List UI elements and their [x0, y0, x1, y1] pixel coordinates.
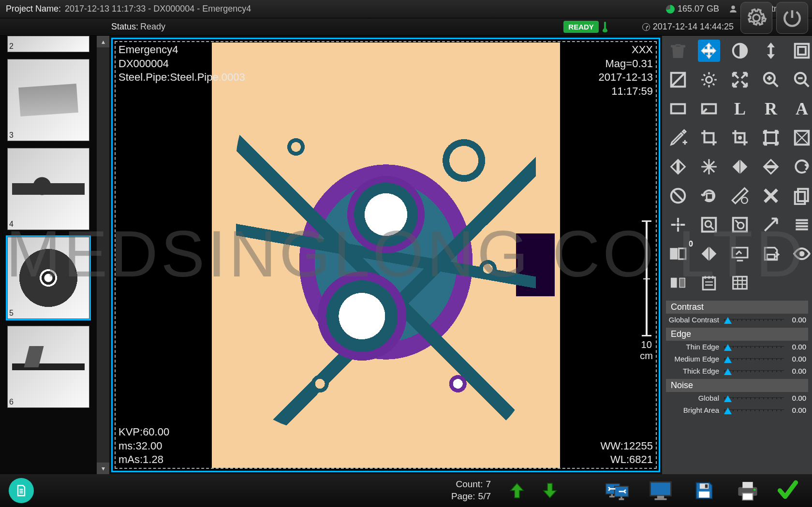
split-tool[interactable]	[667, 272, 689, 294]
thumbnail-scrollbar[interactable]: ▴ ▾	[97, 36, 109, 474]
print-button[interactable]	[734, 479, 762, 502]
magnify-region-tool[interactable]	[698, 214, 720, 236]
slider-track[interactable]	[724, 346, 784, 348]
scroll-track[interactable]	[97, 47, 109, 463]
monitor-button[interactable]	[647, 479, 675, 502]
slider-track[interactable]	[724, 370, 784, 372]
slider-label: Medium Edge	[668, 355, 721, 363]
prev-button[interactable]	[505, 479, 529, 502]
ruler-settings-tool[interactable]	[729, 185, 751, 207]
slider-thumb[interactable]	[724, 356, 732, 363]
crop-center-tool[interactable]	[729, 127, 751, 149]
slider-thumb[interactable]	[724, 395, 732, 402]
sun-icon	[700, 71, 718, 89]
split-icon	[669, 274, 687, 292]
flip-h-icon	[669, 158, 687, 176]
next-button[interactable]	[538, 479, 561, 502]
copy-icon	[793, 187, 811, 205]
svg-point-10	[741, 197, 748, 203]
slider-track[interactable]	[724, 409, 784, 411]
thumbnail-item[interactable]: 2	[7, 36, 89, 52]
brightness-tool[interactable]	[698, 69, 720, 91]
slider-thumb[interactable]	[724, 368, 732, 375]
marker-a-tool[interactable]: A	[791, 98, 812, 120]
crosshair-tool[interactable]	[667, 214, 689, 236]
visibility-tool[interactable]: 0	[791, 243, 812, 265]
accept-button[interactable]	[774, 479, 803, 502]
overlay-ww: WW:12255	[601, 439, 653, 453]
check-icon	[774, 479, 801, 500]
rotate-ccw-tool[interactable]	[698, 185, 720, 207]
scroll-down-icon[interactable]: ▾	[97, 463, 109, 474]
fit-tool[interactable]	[729, 69, 751, 91]
pointer-tool[interactable]	[760, 214, 782, 236]
svg-rect-12	[795, 192, 805, 204]
compare-tool[interactable]: 0	[667, 243, 689, 265]
slider-thumb[interactable]	[724, 407, 732, 414]
svg-rect-11	[798, 189, 808, 201]
thumbnail-item[interactable]: 3	[7, 59, 89, 141]
svg-point-22	[799, 251, 804, 256]
save-disk-tool[interactable]	[760, 243, 782, 265]
copy-tool[interactable]	[791, 185, 812, 207]
flip-compare-tool[interactable]	[698, 243, 720, 265]
crop-handles-tool[interactable]	[760, 127, 782, 149]
dual-monitor-button[interactable]	[603, 479, 631, 502]
settings-button[interactable]	[740, 2, 772, 34]
mask-tool[interactable]	[791, 127, 812, 149]
power-button[interactable]	[776, 2, 808, 34]
marker-l-tool[interactable]: L	[729, 98, 751, 120]
save-button[interactable]	[690, 479, 718, 502]
svg-rect-18	[670, 248, 677, 259]
slider-track[interactable]	[724, 319, 784, 321]
slider-thumb[interactable]	[724, 344, 732, 351]
overlay-id: DX000004	[118, 57, 245, 71]
global-noise-slider[interactable]: Global 0.00	[666, 392, 808, 404]
clock-icon	[642, 23, 650, 31]
flip-h-tool[interactable]	[667, 156, 689, 178]
medium-edge-slider[interactable]: Medium Edge 0.00	[666, 353, 808, 365]
close-tool[interactable]	[760, 185, 782, 207]
levels-tool[interactable]	[667, 69, 689, 91]
marker-r-tool[interactable]: R	[760, 98, 782, 120]
rect-corner-icon	[700, 100, 718, 118]
right-panel: L R A 0	[662, 36, 812, 474]
bright-area-slider[interactable]: Bright Area 0.00	[666, 404, 808, 416]
thumbnail-item[interactable]: 6	[7, 326, 89, 408]
global-contrast-slider[interactable]: Global Contrast 0.00	[666, 314, 808, 326]
magnify-area-tool[interactable]	[729, 214, 751, 236]
slider-track[interactable]	[724, 358, 784, 360]
thumbnail-item[interactable]: 4	[7, 148, 89, 230]
crop-tool[interactable]	[698, 127, 720, 149]
roi-tool[interactable]	[698, 98, 720, 120]
list-tool[interactable]	[791, 214, 812, 236]
thick-edge-slider[interactable]: Thick Edge 0.00	[666, 365, 808, 377]
delete-tool[interactable]	[667, 40, 689, 62]
contrast-tool[interactable]	[729, 40, 751, 62]
window-tool[interactable]	[667, 98, 689, 120]
grid-list-tool[interactable]	[729, 272, 751, 294]
fullscreen-tool[interactable]	[791, 40, 812, 62]
zoom-in-tool[interactable]	[760, 69, 782, 91]
thumbnail-item[interactable]: 5	[7, 237, 89, 319]
image-viewer[interactable]: Emergency4 DX000004 Steel.Pipe:Steel.Pip…	[111, 38, 660, 472]
slider-thumb[interactable]	[724, 317, 732, 324]
zoom-out-tool[interactable]	[791, 69, 812, 91]
slider-track[interactable]	[724, 397, 784, 399]
annotate-tool[interactable]	[667, 127, 689, 149]
notes-tool[interactable]	[698, 272, 720, 294]
mirror-v-tool[interactable]	[760, 156, 782, 178]
thin-edge-slider[interactable]: Thin Edge 0.00	[666, 341, 808, 353]
pan-tool[interactable]	[698, 40, 720, 62]
scroll-up-icon[interactable]: ▴	[97, 36, 109, 47]
svg-point-38	[753, 489, 756, 491]
flip-compare-icon	[700, 245, 718, 263]
report-button[interactable]	[9, 478, 34, 503]
burst-tool[interactable]	[698, 156, 720, 178]
monitor-tool[interactable]	[729, 243, 751, 265]
undo-tool[interactable]	[791, 156, 812, 178]
project-name-label: Project Name:	[6, 4, 61, 14]
no-circle-tool[interactable]	[667, 185, 689, 207]
flip-vertical-tool[interactable]	[760, 40, 782, 62]
mirror-h-tool[interactable]	[729, 156, 751, 178]
